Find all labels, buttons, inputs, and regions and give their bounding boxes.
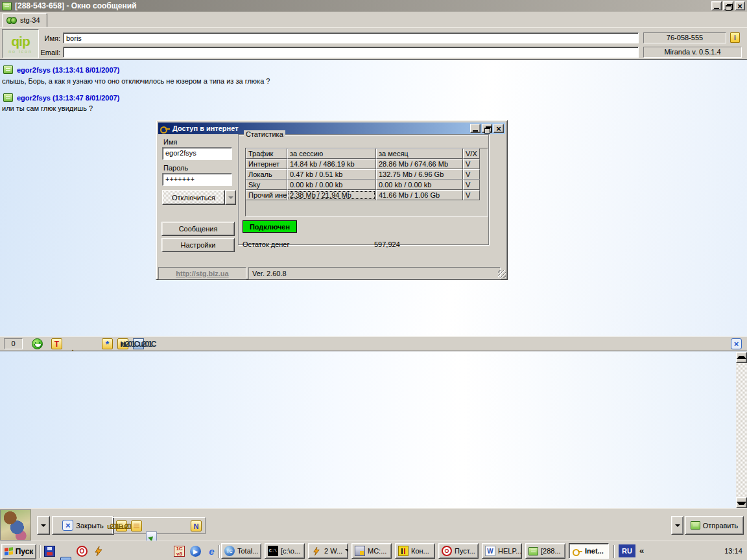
restore-icon[interactable]: [723, 1, 733, 10]
close-tab-icon[interactable]: [731, 338, 742, 349]
contact-header: qip no icon Имя: boris 76-058-555 Email:…: [0, 27, 747, 59]
message-input[interactable]: [0, 351, 747, 508]
window-titlebar[interactable]: [288-543-658] - Окно сообщений: [0, 0, 747, 12]
quote-reply-icon[interactable]: [116, 520, 127, 531]
month-value[interactable]: 0.00 kb / 0.00 kb: [376, 180, 463, 190]
statistics-group-title: Статистика: [244, 130, 285, 138]
close-button[interactable]: Закрыть: [52, 516, 114, 535]
month-value[interactable]: 132.75 Mb / 6.96 Gb: [376, 169, 463, 180]
close-x-icon: [62, 520, 73, 531]
month-value[interactable]: 28.86 Mb / 674.66 Mb: [376, 159, 463, 169]
dialog-restore-icon[interactable]: [482, 124, 492, 133]
taskbar-button-inet-active[interactable]: Inet...: [569, 543, 609, 559]
dialog-titlebar[interactable]: Доступ в интернет: [158, 122, 505, 134]
text-color-icon[interactable]: T: [51, 338, 62, 349]
tray-collapse-icon[interactable]: «: [639, 546, 644, 555]
quicklaunch-winamp-icon[interactable]: [93, 546, 104, 557]
taskbar-button-pust[interactable]: O Пуст...: [438, 543, 479, 559]
dialog-close-icon[interactable]: [493, 124, 504, 133]
statistics-group: Статистика Трафик за сессию за месяц V/X…: [238, 134, 489, 245]
session-value[interactable]: 0.47 kb / 0.51 kb: [287, 169, 376, 180]
quicklaunch-ie-icon[interactable]: e: [206, 546, 217, 557]
row-name[interactable]: Локаль: [246, 169, 287, 180]
session-value[interactable]: 0.00 kb / 0.00 kb: [287, 180, 376, 190]
row-name[interactable]: Прочий инет: [246, 190, 287, 200]
name-field[interactable]: boris: [63, 32, 639, 43]
taskbar-button-help[interactable]: W HELP...: [482, 543, 522, 559]
quicklaunch-media-player-icon[interactable]: ▶: [190, 546, 201, 557]
taskbar: Пуск O 1Cv8 ▶ e TC Total... C:\ [c:\o...: [0, 541, 747, 560]
word-document-icon: W: [485, 546, 495, 556]
quicklaunch-mail-icon[interactable]: [60, 557, 71, 560]
start-button[interactable]: Пуск: [1, 544, 36, 559]
message-text: или ты сам глюк увидишь ?: [2, 104, 93, 112]
col-header[interactable]: за месяц: [376, 148, 463, 159]
cmd-icon: C:\: [268, 546, 278, 556]
scrollbar[interactable]: [736, 352, 747, 508]
separator: [613, 545, 615, 558]
status-value[interactable]: V: [463, 190, 480, 200]
login-input[interactable]: egor2fsys: [162, 147, 232, 160]
session-value[interactable]: 14.84 kb / 486.19 kb: [287, 159, 376, 169]
separator: [219, 545, 220, 558]
close-icon[interactable]: [735, 1, 745, 10]
client-version-field: Miranda v. 0.5.1.4: [643, 47, 742, 58]
col-header[interactable]: за сессию: [287, 148, 376, 159]
language-indicator[interactable]: RU: [619, 544, 635, 557]
templates-icon[interactable]: [131, 520, 142, 531]
stg-link[interactable]: http://stg.biz.ua: [176, 270, 228, 277]
key-icon: [160, 123, 170, 134]
window-message-icon: [2, 2, 12, 10]
message-header: egor2fsys (13:13:41 8/01/2007): [17, 66, 119, 74]
status-value[interactable]: V: [463, 180, 480, 190]
avatar[interactable]: [0, 509, 31, 541]
month-value[interactable]: 41.66 Mb / 1.06 Gb: [376, 190, 463, 200]
send-options-dropdown[interactable]: [671, 516, 683, 535]
tab-stg-34[interactable]: stg-34: [2, 13, 47, 27]
settings-button[interactable]: Настройки: [161, 238, 235, 252]
disconnect-dropdown-button[interactable]: [225, 190, 236, 205]
smiley-icon[interactable]: [32, 338, 43, 349]
taskbar-button-winamp-group[interactable]: 2 W...: [308, 543, 348, 559]
quicklaunch-save-icon[interactable]: [44, 546, 55, 557]
col-header[interactable]: V/X: [463, 148, 480, 159]
message-toolbar: 0 T * H: [0, 336, 747, 351]
send-button[interactable]: Отправить: [685, 516, 744, 535]
taskbar-button-kon[interactable]: Кон...: [395, 543, 435, 559]
password-input[interactable]: +++++++: [162, 173, 232, 186]
row-name[interactable]: Sky: [246, 180, 287, 190]
scroll-down-icon[interactable]: [736, 497, 747, 508]
quicklaunch-1c-icon[interactable]: 1Cv8: [174, 546, 185, 557]
separator: [40, 545, 41, 558]
disconnect-button[interactable]: Отключиться: [162, 190, 225, 205]
taskbar-button-total-commander[interactable]: TC Total...: [221, 543, 261, 559]
status-value[interactable]: V: [463, 169, 480, 180]
messages-button[interactable]: Сообщения: [161, 222, 235, 236]
statusbar-version-panel: Ver. 2.60.8: [248, 267, 501, 279]
taskbar-button-288[interactable]: [288...: [525, 543, 565, 559]
info-icon[interactable]: [730, 32, 740, 43]
quicklaunch-opera-icon[interactable]: O: [77, 546, 88, 557]
scroll-up-icon[interactable]: [736, 352, 747, 363]
char-counter: 0: [4, 338, 23, 349]
tab-label: stg-34: [20, 16, 40, 24]
dialog-minimize-icon[interactable]: [470, 124, 480, 133]
message-header: egor2fsys (13:13:47 8/01/2007): [17, 94, 119, 102]
close-options-dropdown[interactable]: [37, 516, 50, 535]
col-header[interactable]: Трафик: [246, 148, 287, 159]
taskbar-clock[interactable]: 13:14: [722, 547, 745, 555]
minimize-icon[interactable]: [711, 1, 722, 10]
email-label: Email:: [34, 47, 60, 58]
snowflake-icon[interactable]: *: [102, 338, 113, 349]
resize-grip[interactable]: [498, 270, 506, 278]
password-label: Пароль: [163, 164, 188, 172]
notes-icon[interactable]: N: [191, 520, 202, 531]
email-field[interactable]: [63, 47, 639, 58]
status-value[interactable]: V: [463, 159, 480, 169]
taskbar-button-mc[interactable]: MC:...: [351, 543, 392, 559]
taskbar-button-cmd[interactable]: C:\ [c:\o...: [265, 543, 305, 559]
session-value-focused[interactable]: 2.38 Mb / 21.94 Mb: [287, 190, 376, 200]
quote-icon[interactable]: [133, 338, 144, 349]
action-bar: Закрыть N Отправить: [0, 508, 747, 541]
row-name[interactable]: Интернет: [246, 159, 287, 169]
